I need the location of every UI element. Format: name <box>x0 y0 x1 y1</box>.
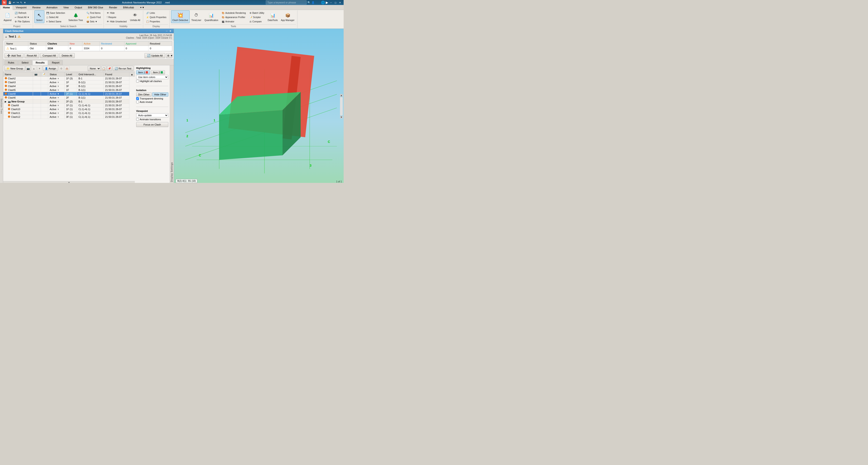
item2-button[interactable]: Item 2 <box>151 70 165 74</box>
scroll-bottom[interactable]: ▼ <box>3 181 135 183</box>
col-scroll-up[interactable]: ▲ <box>129 72 134 77</box>
settings-gear-button[interactable]: ⚙▼ <box>166 53 173 58</box>
quantification-button[interactable]: 📊 Quantification <box>203 10 220 23</box>
delete-all-button[interactable]: Delete All <box>59 53 75 58</box>
search-icon[interactable]: 🔍 <box>307 1 311 4</box>
list-item[interactable]: Clash3 Active ▼ 1F B-1(1) 21:50:31 28-07 <box>3 80 135 84</box>
unhide-all-button[interactable]: 👁 Unhide All <box>129 10 142 23</box>
app-manager-button[interactable]: 📦 App Manager <box>280 10 296 23</box>
quick-access-save[interactable]: 💾 <box>8 1 11 4</box>
appearance-profiler-button[interactable]: 🎨 Appearance Profiler <box>220 15 247 19</box>
viewport-scroll-up[interactable]: ▲ <box>340 94 343 97</box>
camera-snapshot-button[interactable]: 📷 <box>26 66 31 71</box>
quick-access-cursor[interactable]: ↖ <box>20 1 22 4</box>
list-item[interactable]: ▶ 📷 New Group Active ▼ 2F (2) B-1 21:50:… <box>3 100 135 103</box>
quick-access-redo[interactable]: ↪ <box>17 1 19 4</box>
test-row[interactable]: ⚠ Test 1 Old 3334 0 3334 0 0 0 <box>5 46 172 51</box>
hide-other-button[interactable]: Hide Other <box>152 93 168 97</box>
tab-extras[interactable]: ✦▼ <box>137 5 147 10</box>
batch-utility-button[interactable]: ⚙ Batch Utility <box>248 11 266 15</box>
restore-button[interactable]: ◻ <box>334 1 337 4</box>
add-test-button[interactable]: ➕ Add Test <box>4 53 24 58</box>
copy-viewpoint-button[interactable]: 📋 <box>101 66 106 71</box>
select-button[interactable]: ↖ Select <box>34 10 44 23</box>
transparent-dimming-checkbox[interactable] <box>136 97 139 100</box>
sets-button[interactable]: 📦 Sets ▼ <box>85 20 102 24</box>
list-item[interactable]: Clash11 Active ▼ 2F (1) C(-1)-4(-1) 21:5… <box>3 111 135 115</box>
quick-properties-button[interactable]: ⚡ Quick Properties <box>145 15 168 19</box>
rerun-test-button[interactable]: 🔄 Re-run Test <box>113 66 133 71</box>
viewport-scrollbar[interactable]: ▲ ▼ <box>340 94 343 119</box>
list-item[interactable]: Clash8 Active ▼ 2F (1) C(-1)-4(-1) 21:50… <box>3 92 135 96</box>
find-items-button[interactable]: 🔍 Find Items <box>85 11 102 15</box>
keyword-search-input[interactable] <box>266 0 307 4</box>
links-button[interactable]: 🔗 Links <box>145 11 168 15</box>
tab-bim360[interactable]: BIM 360 Glue <box>85 5 106 10</box>
viewport-scroll-down[interactable]: ▼ <box>340 116 343 119</box>
panel-minimize-button[interactable]: ─ <box>165 29 168 33</box>
viewport[interactable]: 1 1 2 3 C C ▲ ▼ B(2)-4(1) : B1 (10) 1 of… <box>174 29 344 183</box>
selection-tree-button[interactable]: 🌲 Selection Tree <box>67 10 84 23</box>
datatools-button[interactable]: 📊 DataTools <box>266 10 279 23</box>
account-icon[interactable]: 👤 <box>311 1 315 4</box>
compact-all-button[interactable]: Compact All <box>40 53 58 58</box>
item1-button[interactable]: Item 1 <box>136 70 150 74</box>
list-item[interactable]: Clash6 Active ▼ 2F B-1(1) 21:50:31 28-07 <box>3 96 135 100</box>
list-item[interactable]: Clash12 Active ▼ 3F (1) C(-1)-4(-1) 21:5… <box>3 115 135 119</box>
clash-list-container[interactable]: Name 📷 📝 Status Level Grid Intersecti...… <box>3 72 135 181</box>
list-item[interactable]: Clash10 Active ▼ 1F (1) C(-1)-4(-1) 21:5… <box>3 107 135 111</box>
panel-close-button[interactable]: ✕ <box>169 29 172 33</box>
hide-unselected-button[interactable]: 👁 Hide Unselected <box>105 20 128 24</box>
display-settings-tab[interactable]: Display Settings <box>170 65 174 183</box>
quick-access-undo[interactable]: ↩ <box>13 1 15 4</box>
list-item[interactable]: Clash4 Active ▼ 3F B-1(1) 21:50:31 28-07 <box>3 84 135 88</box>
viewpoint-mode-select[interactable]: Auto-update <box>136 113 168 117</box>
update-all-button[interactable]: 🔄 Update All <box>145 53 165 58</box>
tab-viewpoint[interactable]: Viewpoint <box>13 5 30 10</box>
select-same-button[interactable]: ≡ Select Same <box>45 20 67 24</box>
assign-button[interactable]: 👤 Assign <box>43 66 58 71</box>
autodesk-rendering-button[interactable]: 🎨 Autodesk Rendering <box>220 11 247 15</box>
list-item[interactable]: Clash9 Active ▼ 1F (1) C(-1)-4(-1) 21:50… <box>3 103 135 107</box>
none-dropdown[interactable]: None <box>88 66 101 71</box>
close-button[interactable]: ✕ <box>338 1 342 4</box>
subscription-icon[interactable]: ▶ <box>326 1 328 4</box>
tab-home[interactable]: Home <box>0 5 13 10</box>
tab-view[interactable]: View <box>60 5 72 10</box>
hide-button[interactable]: 👁 Hide <box>105 11 128 15</box>
file-options-button[interactable]: ⚙ File Options <box>13 20 31 24</box>
list-item[interactable]: Clash5 Active ▼ 1F B-1(1) 21:50:31 28-07 <box>3 88 135 92</box>
quick-find-button[interactable]: ⚡ Quick Find <box>85 15 102 19</box>
select-all-button[interactable]: ◻ Select All <box>45 15 67 19</box>
highlight-all-checkbox[interactable] <box>136 80 139 82</box>
color-mode-select[interactable]: Use item colors <box>136 75 168 79</box>
focus-on-clash-button[interactable]: Focus on Clash <box>136 122 168 127</box>
compare-button[interactable]: ⚖ Compare <box>248 20 266 24</box>
test-expand-icon[interactable]: ▲ <box>5 35 7 38</box>
animator-button[interactable]: 🎬 Animator <box>220 20 247 24</box>
animate-transitions-checkbox[interactable] <box>136 118 139 121</box>
new-group-button[interactable]: 📁 New Group <box>4 66 25 71</box>
tab-animation[interactable]: Animation <box>43 5 60 10</box>
paste-viewpoint-button[interactable]: 📌 <box>107 66 112 71</box>
section-tree-tab[interactable]: Section Tree <box>0 29 3 183</box>
properties-button[interactable]: 📋 Properties <box>145 20 168 24</box>
reset-all-tests-button[interactable]: Reset All <box>25 53 39 58</box>
save-selection-button[interactable]: 💾 Save Selection <box>45 11 67 15</box>
list-item[interactable]: Clash2 Active ▼ 1F (3) B-1 21:50:31 28-0… <box>3 77 135 80</box>
auto-reveal-checkbox[interactable] <box>136 101 139 103</box>
tab-review[interactable]: Review <box>29 5 43 10</box>
tab-render[interactable]: Render <box>106 5 120 10</box>
append-button[interactable]: 📄 Append <box>2 10 13 23</box>
reset-all-button[interactable]: ↩ Reset All ▼ <box>13 15 31 19</box>
scripter-button[interactable]: 📝 Scripter <box>248 15 266 19</box>
refresh-button[interactable]: 🔄 Refresh <box>13 11 31 15</box>
tab-output[interactable]: Output <box>72 5 85 10</box>
tab-select[interactable]: Select <box>18 60 32 65</box>
tab-report[interactable]: Report <box>49 60 63 65</box>
quick-access-more[interactable]: ▼ <box>24 1 26 4</box>
dim-other-button[interactable]: Dim Other <box>136 93 152 97</box>
tab-rules[interactable]: Rules <box>4 60 18 65</box>
require-button[interactable]: ! Require <box>105 15 128 19</box>
minimize-button[interactable]: ─ <box>329 1 333 4</box>
